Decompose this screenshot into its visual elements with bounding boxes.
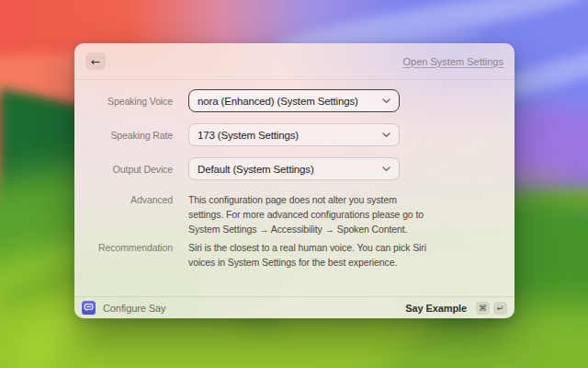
recommendation-label: Recommendation <box>74 240 173 255</box>
chevron-down-icon <box>382 98 390 104</box>
output-device-dropdown[interactable]: Default (System Settings) <box>188 157 400 180</box>
advanced-text: This configuration page does not alter y… <box>188 192 424 236</box>
speaking-rate-dropdown[interactable]: 173 (System Settings) <box>188 123 400 146</box>
advanced-row: Advanced This configuration page does no… <box>74 192 514 236</box>
back-button[interactable]: ← <box>85 52 106 70</box>
recommendation-text: Siri is the closest to a real human voic… <box>188 240 426 270</box>
speaking-rate-row: Speaking Rate 173 (System Settings) <box>74 123 514 146</box>
chevron-down-icon <box>382 167 390 172</box>
say-app-icon <box>82 301 96 315</box>
footer-title: Configure Say <box>103 303 165 314</box>
output-device-label: Output Device <box>74 162 173 177</box>
command-key-icon: ⌘ <box>476 302 490 315</box>
speaking-rate-label: Speaking Rate <box>74 128 173 143</box>
output-device-row: Output Device Default (System Settings) <box>74 157 514 180</box>
speaking-voice-row: Speaking Voice nora (Enhanced) (System S… <box>74 89 514 112</box>
say-example-button[interactable]: Say Example <box>405 303 467 314</box>
window-footer: Configure Say Say Example ⌘ ↵ <box>74 296 514 318</box>
return-key-icon: ↵ <box>493 302 507 315</box>
recommendation-row: Recommendation Siri is the closest to a … <box>74 240 514 270</box>
configure-say-window: ← Open System Settings Speaking Voice no… <box>74 43 514 318</box>
advanced-label: Advanced <box>74 192 173 207</box>
open-system-settings-link[interactable]: Open System Settings <box>403 56 503 67</box>
configuration-form: Speaking Voice nora (Enhanced) (System S… <box>74 80 514 270</box>
speaking-voice-dropdown[interactable]: nora (Enhanced) (System Settings) <box>188 89 400 112</box>
back-arrow-icon: ← <box>91 55 100 68</box>
window-header: ← Open System Settings <box>74 43 514 80</box>
output-device-value: Default (System Settings) <box>198 164 314 175</box>
speaking-voice-label: Speaking Voice <box>74 94 173 109</box>
chevron-down-icon <box>382 132 390 138</box>
speaking-voice-value: nora (Enhanced) (System Settings) <box>198 96 358 107</box>
speaking-rate-value: 173 (System Settings) <box>198 130 299 141</box>
